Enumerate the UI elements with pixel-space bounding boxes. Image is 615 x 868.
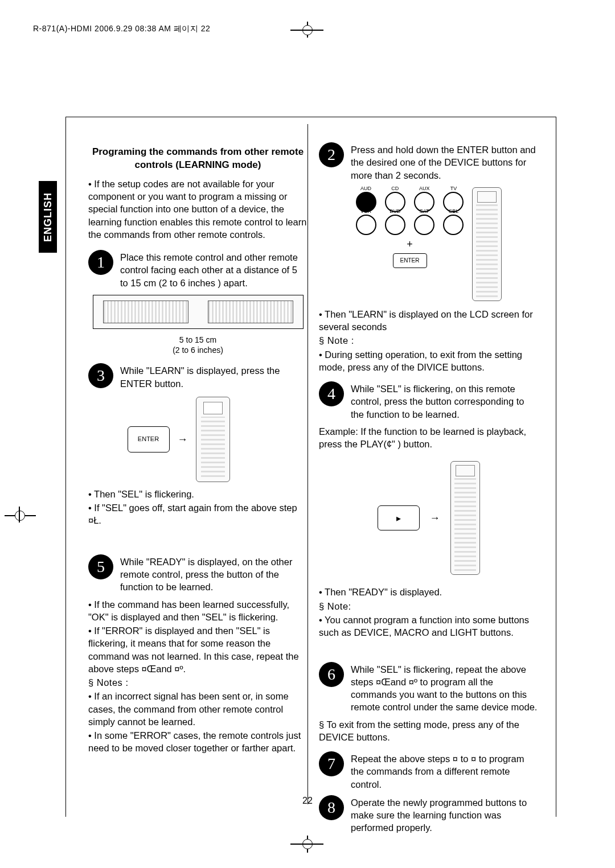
remote-illustration-side bbox=[472, 187, 502, 301]
step-number-5: 5 bbox=[88, 554, 113, 579]
step-3-text: While "LEARN" is displayed, press the EN… bbox=[120, 363, 308, 390]
language-tab: ENGLISH bbox=[39, 181, 57, 253]
step-5-bullets: • If the command has been learned succes… bbox=[88, 598, 308, 755]
step-8: 8 Operate the newly programmed buttons t… bbox=[319, 795, 538, 834]
plus-icon: + bbox=[356, 237, 464, 251]
crop-mark-left bbox=[5, 509, 36, 523]
step-3-bullets: • Then "SEL" is flickering. • If "SEL" g… bbox=[88, 488, 308, 527]
step-6-bullets: § To exit from the setting mode, press a… bbox=[319, 718, 538, 744]
step-number-3: 3 bbox=[88, 363, 113, 388]
figure-1-caption: 5 to 15 cm (2 to 6 inches) bbox=[88, 335, 308, 355]
page-number: 22 bbox=[302, 796, 313, 806]
figure-device-buttons: AUD CD AUX TV VCR DVD SAT CBL + ENTER bbox=[319, 187, 538, 301]
step-number-2: 2 bbox=[319, 142, 344, 167]
step-5-text: While "READY" is displayed, on the other… bbox=[120, 554, 308, 594]
remote-illustration-small bbox=[196, 397, 230, 482]
step-7-text: Repeat the above steps ¤ to ¤ to program… bbox=[351, 751, 538, 791]
section-title: Programing the commands from other remot… bbox=[88, 146, 308, 172]
step-6-text: While "SEL" is flickering, repeat the ab… bbox=[351, 662, 538, 714]
arrow-right-icon: → bbox=[178, 433, 188, 446]
step-6: 6 While "SEL" is flickering, repeat the … bbox=[319, 662, 538, 714]
device-btn-sat: SAT bbox=[414, 215, 434, 235]
figure-enter-remote: ENTER → bbox=[128, 397, 269, 482]
step-1: 1 Place this remote control and other re… bbox=[88, 250, 308, 289]
step-number-8: 8 bbox=[319, 795, 344, 820]
enter-button-small: ENTER bbox=[393, 253, 427, 268]
left-column: Programing the commands from other remot… bbox=[88, 142, 308, 797]
step-2-text: Press and hold down the ENTER button and… bbox=[351, 142, 538, 182]
figure-play-remote: ▸ → bbox=[319, 458, 538, 578]
enter-button-fig: ENTER bbox=[128, 426, 170, 452]
step-5: 5 While "READY" is displayed, on the oth… bbox=[88, 554, 308, 594]
step-4-example: Example: If the function to be learned i… bbox=[319, 425, 538, 451]
device-btn-vcr: VCR bbox=[356, 215, 376, 235]
step-4-bullets: • Then "READY" is displayed. § Note: • Y… bbox=[319, 586, 538, 639]
remote-illustration-left bbox=[103, 301, 188, 323]
right-column: 2 Press and hold down the ENTER button a… bbox=[319, 142, 538, 797]
device-btn-cbl: CBL bbox=[443, 215, 464, 235]
step-1-text: Place this remote control and other remo… bbox=[120, 250, 308, 289]
remote-illustration-side-2 bbox=[450, 461, 480, 575]
crop-mark-top bbox=[290, 25, 325, 38]
print-header: R-871(A)-HDMI 2006.9.29 08:38 AM 페이지 22 bbox=[33, 24, 210, 34]
step-7: 7 Repeat the above steps ¤ to ¤ to progr… bbox=[319, 751, 538, 791]
step-3: 3 While "LEARN" is displayed, press the … bbox=[88, 363, 308, 390]
step-number-6: 6 bbox=[319, 662, 344, 687]
remote-illustration-right bbox=[208, 301, 293, 323]
step-4: 4 While "SEL" is flickering, on this rem… bbox=[319, 381, 538, 421]
step-2-bullets: • Then "LEARN" is displayed on the LCD s… bbox=[319, 308, 538, 373]
play-button-fig: ▸ bbox=[378, 505, 420, 530]
step-8-text: Operate the newly programmed buttons to … bbox=[351, 795, 538, 834]
arrow-right-icon-2: → bbox=[430, 511, 440, 525]
device-btn-dvd: DVD bbox=[385, 215, 405, 235]
step-2: 2 Press and hold down the ENTER button a… bbox=[319, 142, 538, 182]
intro-text: • If the setup codes are not available f… bbox=[88, 178, 308, 241]
crop-mark-bottom bbox=[290, 836, 325, 853]
step-4-text: While "SEL" is flickering, on this remot… bbox=[351, 381, 538, 421]
step-number-7: 7 bbox=[319, 751, 344, 776]
figure-two-remotes bbox=[93, 295, 304, 329]
step-number-4: 4 bbox=[319, 381, 344, 406]
step-number-1: 1 bbox=[88, 250, 113, 275]
